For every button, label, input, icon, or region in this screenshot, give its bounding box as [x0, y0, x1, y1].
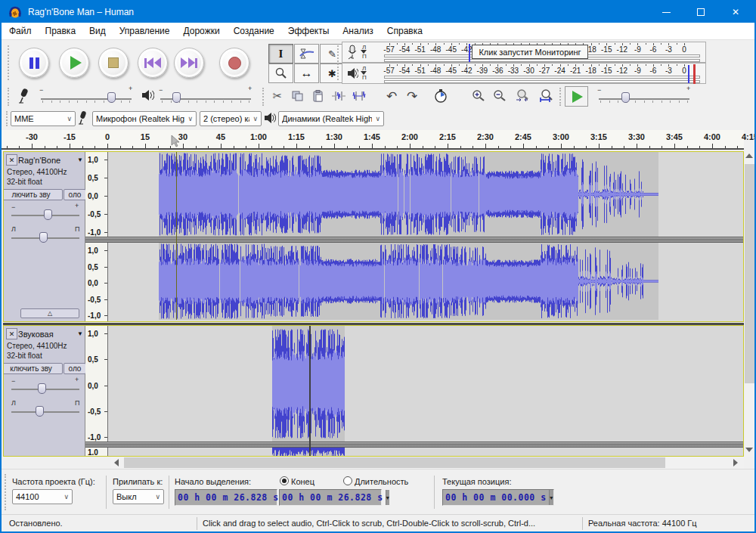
trim-audio-button[interactable] — [329, 87, 349, 105]
minimize-button[interactable] — [649, 2, 683, 23]
spinner-icon[interactable]: ▾ — [549, 490, 553, 505]
playback-meter[interactable]: ЛП-57-54-51-48-45-42-39-36-33-30-27-24-2… — [342, 63, 706, 84]
spinner-icon[interactable]: ▾ — [386, 490, 389, 505]
end-radio[interactable] — [280, 476, 289, 485]
project-rate-select[interactable]: 44100 ∨ — [12, 489, 73, 504]
menu-1[interactable]: Файл — [2, 23, 39, 39]
current-position-label: Текущая позиция: — [442, 477, 511, 486]
track1-close-button[interactable]: ✕ — [6, 154, 17, 166]
maximize-button[interactable] — [683, 2, 718, 23]
track2-right-waveform-clipped[interactable] — [108, 448, 743, 457]
vertical-scroll-thumb[interactable] — [745, 164, 755, 383]
timeshift-tool-button[interactable]: ↔ — [294, 64, 319, 83]
copy-button[interactable] — [288, 87, 308, 105]
track2-mute-button[interactable]: ключить зву — [3, 363, 63, 374]
horizontal-scrollbar[interactable] — [111, 457, 744, 469]
track2-solo-button[interactable]: оло — [64, 363, 86, 374]
timeline-tick — [259, 144, 259, 148]
track1-right-waveform[interactable] — [108, 243, 743, 320]
pan-thumb[interactable] — [36, 406, 44, 417]
tick — [679, 101, 680, 103]
menu-3[interactable]: Вид — [82, 23, 113, 39]
sync-lock-timer-button[interactable] — [429, 86, 452, 104]
menu-4[interactable]: Управление — [113, 23, 177, 39]
redo-button[interactable]: ↷ — [402, 87, 422, 105]
playback-device-select[interactable]: Динамики (Realtek High De∨ — [278, 111, 384, 126]
track1-name-menu[interactable]: Rag'n'Bone ▼ — [18, 154, 83, 166]
selection-tool-button[interactable]: I — [268, 44, 293, 64]
track2-close-button[interactable]: ✕ — [6, 328, 17, 339]
menu-5[interactable]: Дорожки — [177, 23, 227, 39]
toolbar-grip[interactable] — [337, 45, 340, 80]
zoom-tool-button[interactable] — [268, 64, 293, 83]
device-mic-icon — [78, 110, 88, 126]
timeline-ruler[interactable]: -30-1501530451:001:151:301:452:002:152:3… — [2, 130, 744, 150]
track1-solo-button[interactable]: оло — [64, 189, 86, 200]
track2-left-waveform[interactable] — [108, 326, 743, 442]
cut-button[interactable]: ✂ — [268, 87, 287, 105]
gain-thumb[interactable] — [38, 383, 46, 394]
timeline-tick — [347, 146, 348, 148]
menu-7[interactable]: Эффекты — [281, 23, 336, 39]
recording-channels-select[interactable]: 2 (стерео) кана.∨ — [200, 111, 262, 126]
fit-selection-button[interactable] — [513, 87, 532, 105]
track2-name-menu[interactable]: Звуковая ▼ — [18, 328, 83, 339]
play-at-speed-button[interactable] — [565, 86, 588, 107]
menu-2[interactable]: Правка — [39, 23, 83, 39]
scroll-down-arrow[interactable] — [745, 448, 753, 452]
meter-db-label: -30 — [523, 67, 534, 75]
recording-device-select[interactable]: Микрофон (Realtek High D∨ — [92, 111, 197, 126]
pause-button[interactable] — [19, 48, 49, 78]
menu-8[interactable]: Анализ — [336, 23, 380, 39]
silence-audio-button[interactable] — [349, 87, 369, 105]
track1-collapse-button[interactable]: △ — [20, 308, 79, 318]
fit-project-button[interactable] — [537, 87, 556, 105]
track1-left-waveform[interactable] — [108, 152, 743, 237]
zoom-out-button[interactable] — [490, 87, 510, 105]
skip-start-button[interactable] — [138, 48, 168, 78]
pan-thumb[interactable] — [39, 232, 48, 243]
audio-host-select[interactable]: MME∨ — [11, 111, 76, 126]
selection-start-field[interactable]: 00 h 00 m 26.828 s ▾ — [175, 489, 277, 506]
input-volume-track[interactable] — [41, 98, 132, 100]
toolbar-grip[interactable] — [8, 45, 11, 80]
menu-9[interactable]: Справка — [380, 23, 429, 39]
zoom-in-button[interactable] — [469, 87, 488, 105]
toolbar-grip[interactable] — [262, 88, 265, 106]
skip-end-button[interactable] — [174, 48, 204, 78]
project-rate-label: Частота проекта (Гц): — [12, 477, 95, 486]
length-radio[interactable] — [343, 476, 352, 485]
status-bar: Остановлено. Click and drag to select au… — [2, 514, 754, 531]
play-speed-track[interactable] — [599, 98, 689, 100]
output-volume-thumb[interactable] — [172, 92, 181, 103]
track1-mute-button[interactable]: лючить зву — [3, 189, 63, 200]
horizontal-scroll-thumb[interactable] — [124, 457, 665, 468]
current-position-field[interactable]: 00 h 00 m 00.000 s ▾ — [442, 489, 554, 506]
timeline-tick — [687, 146, 688, 148]
vertical-scrollbar[interactable] — [744, 150, 756, 457]
toolbar-grip[interactable] — [6, 111, 9, 126]
play-button[interactable] — [59, 48, 89, 78]
menu-6[interactable]: Создание — [227, 23, 281, 39]
envelope-tool-button[interactable] — [294, 44, 319, 64]
ruler-value: -1,0 — [88, 228, 101, 237]
play-speed-thumb[interactable] — [621, 92, 630, 103]
stop-button[interactable] — [98, 48, 129, 78]
input-volume-thumb[interactable] — [107, 92, 116, 103]
close-button[interactable]: ✕ — [718, 2, 753, 23]
scroll-up-arrow[interactable] — [745, 153, 753, 158]
scroll-left-arrow[interactable] — [114, 459, 119, 466]
audacity-logo-icon — [8, 5, 22, 19]
track2-vertical-ruler[interactable]: 1,00,50,0-0,5-1,01.0 — [85, 326, 108, 456]
toolbar-grip[interactable] — [559, 88, 562, 106]
paste-button[interactable] — [308, 87, 328, 105]
toolbar-grip[interactable] — [5, 474, 8, 510]
meter-tick — [459, 43, 460, 45]
undo-button[interactable]: ↶ — [382, 87, 401, 105]
selection-end-field[interactable]: 00 h 00 m 26.828 s ▾ — [279, 489, 382, 506]
gain-thumb[interactable] — [44, 209, 52, 220]
scroll-right-arrow[interactable] — [733, 459, 738, 466]
toolbar-grip[interactable] — [8, 88, 11, 106]
snap-select[interactable]: Выкл ∨ — [113, 489, 164, 504]
record-button[interactable] — [219, 48, 249, 78]
